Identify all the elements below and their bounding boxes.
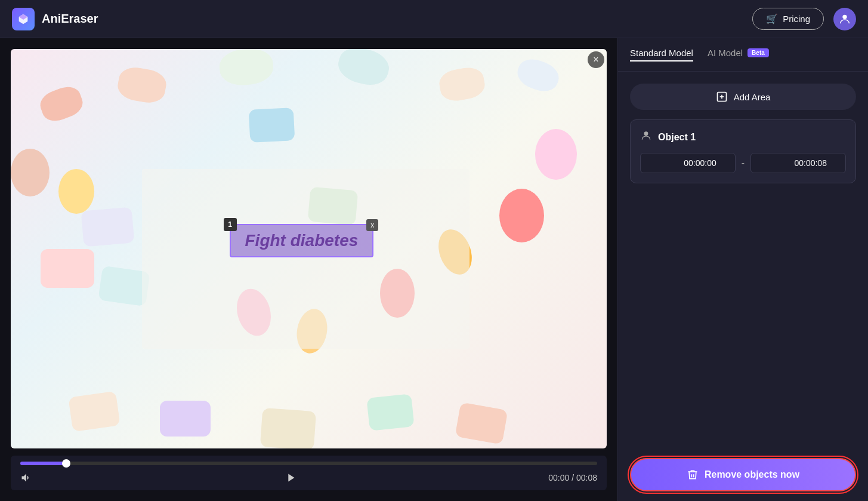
- standard-model-label: Standard Model: [630, 48, 693, 58]
- add-area-label: Add Area: [734, 92, 771, 102]
- time-range-separator: -: [742, 158, 745, 168]
- object-person-icon: [640, 130, 652, 145]
- end-time-input-group: ▲ ▼: [750, 153, 846, 173]
- object-name: Object 1: [658, 132, 696, 143]
- object-card-1: Object 1 ▲ ▼ - ▲: [630, 119, 856, 183]
- progress-dot: [62, 459, 70, 468]
- add-area-button[interactable]: Add Area: [630, 84, 856, 110]
- remove-objects-button[interactable]: Remove objects now: [630, 458, 856, 491]
- app-header: AniEraser 🛒 Pricing: [0, 0, 868, 38]
- controls-row: 00:00 / 00:08: [20, 471, 597, 484]
- video-close-button[interactable]: ×: [588, 51, 604, 68]
- selection-text: Fight diabetes: [245, 231, 359, 250]
- start-time-input[interactable]: [641, 153, 736, 173]
- cart-icon: 🛒: [766, 13, 778, 24]
- app-logo: [12, 8, 35, 30]
- video-panel: ×: [0, 38, 617, 501]
- svg-point-4: [644, 131, 648, 136]
- time-display: 00:00 / 00:08: [548, 473, 597, 482]
- svg-point-0: [842, 14, 847, 19]
- app-name: AniEraser: [42, 12, 98, 26]
- header-left: AniEraser: [12, 8, 98, 30]
- remove-icon: [687, 469, 699, 481]
- header-right: 🛒 Pricing: [752, 8, 856, 30]
- beta-badge: Beta: [747, 48, 769, 57]
- add-area-icon: [716, 91, 728, 103]
- object-selection-box[interactable]: 1 Fight diabetes x: [230, 224, 374, 257]
- video-background: 1 Fight diabetes x: [11, 49, 607, 448]
- tabs-row: Standard Model AI Model Beta: [618, 38, 868, 72]
- selection-close-button[interactable]: x: [366, 219, 378, 231]
- start-time-input-group: ▲ ▼: [640, 153, 736, 173]
- pricing-button[interactable]: 🛒 Pricing: [752, 8, 824, 30]
- tab-ai-model[interactable]: AI Model Beta: [708, 48, 769, 62]
- object-header: Object 1: [640, 130, 846, 145]
- user-avatar[interactable]: [833, 8, 856, 30]
- ai-model-label: AI Model: [708, 48, 743, 58]
- progress-bar[interactable]: [20, 462, 597, 465]
- right-panel: Standard Model AI Model Beta Add Area: [617, 38, 868, 501]
- time-range: ▲ ▼ - ▲ ▼: [640, 153, 846, 173]
- end-time-input[interactable]: [751, 153, 846, 173]
- video-container: 1 Fight diabetes x: [11, 49, 607, 448]
- bottom-section: Remove objects now: [618, 448, 868, 501]
- volume-button[interactable]: [20, 472, 32, 484]
- play-button[interactable]: [284, 471, 297, 484]
- tab-standard-model[interactable]: Standard Model: [630, 48, 693, 62]
- panel-content: Add Area Object 1: [618, 72, 868, 448]
- main-content: ×: [0, 38, 868, 501]
- selection-number: 1: [224, 218, 237, 231]
- video-controls: 00:00 / 00:08: [11, 456, 607, 490]
- progress-fill: [20, 462, 66, 465]
- remove-objects-label: Remove objects now: [705, 469, 799, 480]
- pricing-label: Pricing: [783, 14, 810, 24]
